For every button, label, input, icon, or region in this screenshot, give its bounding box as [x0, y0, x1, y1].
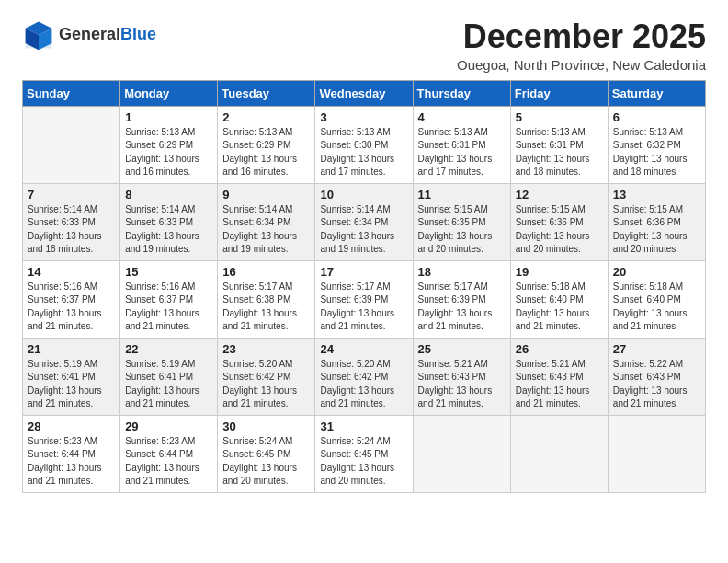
- day-info: Sunrise: 5:18 AMSunset: 6:40 PMDaylight:…: [516, 281, 603, 334]
- calendar-week-row: 14Sunrise: 5:16 AMSunset: 6:37 PMDayligh…: [23, 260, 706, 338]
- day-info: Sunrise: 5:15 AMSunset: 6:36 PMDaylight:…: [613, 203, 700, 257]
- calendar-week-row: 1Sunrise: 5:13 AMSunset: 6:29 PMDaylight…: [23, 106, 706, 183]
- day-info: Sunrise: 5:24 AMSunset: 6:45 PMDaylight:…: [320, 435, 407, 488]
- calendar-day-cell: 20Sunrise: 5:18 AMSunset: 6:40 PMDayligh…: [608, 260, 705, 338]
- day-info: Sunrise: 5:13 AMSunset: 6:29 PMDaylight:…: [222, 126, 310, 179]
- day-info: Sunrise: 5:22 AMSunset: 6:43 PMDaylight:…: [613, 358, 700, 411]
- weekday-header-sunday: Sunday: [23, 80, 120, 106]
- day-info: Sunrise: 5:23 AMSunset: 6:44 PMDaylight:…: [125, 435, 212, 488]
- calendar-day-cell: 8Sunrise: 5:14 AMSunset: 6:33 PMDaylight…: [120, 183, 218, 260]
- day-number: 11: [418, 188, 506, 201]
- day-info: Sunrise: 5:21 AMSunset: 6:43 PMDaylight:…: [516, 358, 603, 411]
- day-number: 3: [320, 110, 407, 124]
- weekday-header-wednesday: Wednesday: [315, 80, 413, 106]
- day-number: 22: [125, 342, 212, 356]
- day-info: Sunrise: 5:14 AMSunset: 6:34 PMDaylight:…: [222, 203, 310, 257]
- calendar-day-cell: 13Sunrise: 5:15 AMSunset: 6:36 PMDayligh…: [608, 183, 705, 260]
- day-info: Sunrise: 5:15 AMSunset: 6:35 PMDaylight:…: [418, 203, 506, 257]
- day-number: 19: [516, 265, 603, 279]
- weekday-header-tuesday: Tuesday: [218, 80, 315, 106]
- day-number: 21: [28, 342, 115, 356]
- day-number: 25: [418, 342, 506, 356]
- calendar-day-cell: [23, 106, 120, 183]
- calendar-day-cell: 17Sunrise: 5:17 AMSunset: 6:39 PMDayligh…: [315, 260, 413, 338]
- weekday-header-saturday: Saturday: [608, 80, 705, 106]
- day-number: 10: [320, 188, 407, 201]
- calendar-day-cell: 11Sunrise: 5:15 AMSunset: 6:35 PMDayligh…: [413, 183, 510, 260]
- day-info: Sunrise: 5:15 AMSunset: 6:36 PMDaylight:…: [516, 203, 603, 257]
- day-number: 2: [222, 110, 310, 124]
- day-number: 7: [28, 188, 115, 201]
- calendar-day-cell: [413, 415, 510, 492]
- weekday-header-friday: Friday: [510, 80, 608, 106]
- day-info: Sunrise: 5:18 AMSunset: 6:40 PMDaylight:…: [613, 281, 700, 334]
- calendar-week-row: 21Sunrise: 5:19 AMSunset: 6:41 PMDayligh…: [23, 338, 706, 415]
- day-number: 14: [28, 265, 115, 279]
- calendar-day-cell: 18Sunrise: 5:17 AMSunset: 6:39 PMDayligh…: [413, 260, 510, 338]
- calendar-day-cell: 1Sunrise: 5:13 AMSunset: 6:29 PMDaylight…: [120, 106, 218, 183]
- day-info: Sunrise: 5:14 AMSunset: 6:34 PMDaylight:…: [320, 203, 407, 257]
- day-info: Sunrise: 5:19 AMSunset: 6:41 PMDaylight:…: [125, 358, 212, 411]
- calendar-day-cell: 15Sunrise: 5:16 AMSunset: 6:37 PMDayligh…: [120, 260, 218, 338]
- weekday-header-thursday: Thursday: [413, 80, 510, 106]
- logo-text: GeneralBlue: [59, 26, 156, 44]
- day-info: Sunrise: 5:17 AMSunset: 6:39 PMDaylight:…: [418, 281, 506, 334]
- header-area: GeneralBlue December 2025 Ouegoa, North …: [22, 18, 706, 73]
- calendar-day-cell: [510, 415, 608, 492]
- day-info: Sunrise: 5:13 AMSunset: 6:32 PMDaylight:…: [613, 126, 700, 179]
- calendar-day-cell: 7Sunrise: 5:14 AMSunset: 6:33 PMDaylight…: [23, 183, 120, 260]
- calendar-day-cell: 23Sunrise: 5:20 AMSunset: 6:42 PMDayligh…: [218, 338, 315, 415]
- day-number: 16: [222, 265, 310, 279]
- logo-blue: Blue: [120, 26, 156, 44]
- weekday-header-monday: Monday: [120, 80, 218, 106]
- calendar-day-cell: 16Sunrise: 5:17 AMSunset: 6:38 PMDayligh…: [218, 260, 315, 338]
- calendar-day-cell: 9Sunrise: 5:14 AMSunset: 6:34 PMDaylight…: [218, 183, 315, 260]
- day-number: 31: [320, 419, 407, 433]
- calendar-day-cell: 10Sunrise: 5:14 AMSunset: 6:34 PMDayligh…: [315, 183, 413, 260]
- calendar-day-cell: 3Sunrise: 5:13 AMSunset: 6:30 PMDaylight…: [315, 106, 413, 183]
- logo-icon: [22, 18, 55, 52]
- day-info: Sunrise: 5:13 AMSunset: 6:30 PMDaylight:…: [320, 126, 407, 179]
- day-info: Sunrise: 5:13 AMSunset: 6:31 PMDaylight:…: [418, 126, 506, 179]
- day-number: 9: [222, 188, 310, 201]
- calendar-day-cell: 6Sunrise: 5:13 AMSunset: 6:32 PMDaylight…: [608, 106, 705, 183]
- calendar-day-cell: 4Sunrise: 5:13 AMSunset: 6:31 PMDaylight…: [413, 106, 510, 183]
- day-info: Sunrise: 5:13 AMSunset: 6:29 PMDaylight:…: [125, 126, 212, 179]
- day-number: 23: [222, 342, 310, 356]
- month-title: December 2025: [457, 18, 706, 55]
- calendar-day-cell: [608, 415, 705, 492]
- calendar-week-row: 28Sunrise: 5:23 AMSunset: 6:44 PMDayligh…: [23, 415, 706, 492]
- day-number: 5: [516, 110, 603, 124]
- day-info: Sunrise: 5:16 AMSunset: 6:37 PMDaylight:…: [28, 281, 115, 334]
- day-number: 24: [320, 342, 407, 356]
- day-number: 20: [613, 265, 700, 279]
- day-number: 13: [613, 188, 700, 201]
- calendar-day-cell: 2Sunrise: 5:13 AMSunset: 6:29 PMDaylight…: [218, 106, 315, 183]
- calendar-header-row: SundayMondayTuesdayWednesdayThursdayFrid…: [23, 80, 706, 106]
- day-info: Sunrise: 5:20 AMSunset: 6:42 PMDaylight:…: [222, 358, 310, 411]
- calendar-day-cell: 31Sunrise: 5:24 AMSunset: 6:45 PMDayligh…: [315, 415, 413, 492]
- calendar-day-cell: 22Sunrise: 5:19 AMSunset: 6:41 PMDayligh…: [120, 338, 218, 415]
- calendar-week-row: 7Sunrise: 5:14 AMSunset: 6:33 PMDaylight…: [23, 183, 706, 260]
- logo-general: General: [59, 26, 120, 44]
- day-number: 6: [613, 110, 700, 124]
- calendar-table: SundayMondayTuesdayWednesdayThursdayFrid…: [22, 80, 706, 493]
- day-number: 12: [516, 188, 603, 201]
- day-number: 1: [125, 110, 212, 124]
- calendar-day-cell: 30Sunrise: 5:24 AMSunset: 6:45 PMDayligh…: [218, 415, 315, 492]
- day-info: Sunrise: 5:19 AMSunset: 6:41 PMDaylight:…: [28, 358, 115, 411]
- day-info: Sunrise: 5:14 AMSunset: 6:33 PMDaylight:…: [28, 203, 115, 257]
- calendar-day-cell: 28Sunrise: 5:23 AMSunset: 6:44 PMDayligh…: [23, 415, 120, 492]
- day-number: 4: [418, 110, 506, 124]
- day-number: 15: [125, 265, 212, 279]
- day-info: Sunrise: 5:13 AMSunset: 6:31 PMDaylight:…: [516, 126, 603, 179]
- calendar-day-cell: 26Sunrise: 5:21 AMSunset: 6:43 PMDayligh…: [510, 338, 608, 415]
- day-number: 26: [516, 342, 603, 356]
- day-number: 29: [125, 419, 212, 433]
- calendar-day-cell: 29Sunrise: 5:23 AMSunset: 6:44 PMDayligh…: [120, 415, 218, 492]
- day-number: 30: [222, 419, 310, 433]
- calendar-day-cell: 24Sunrise: 5:20 AMSunset: 6:42 PMDayligh…: [315, 338, 413, 415]
- day-number: 28: [28, 419, 115, 433]
- title-area: December 2025 Ouegoa, North Province, Ne…: [457, 18, 706, 73]
- location-title: Ouegoa, North Province, New Caledonia: [457, 57, 706, 73]
